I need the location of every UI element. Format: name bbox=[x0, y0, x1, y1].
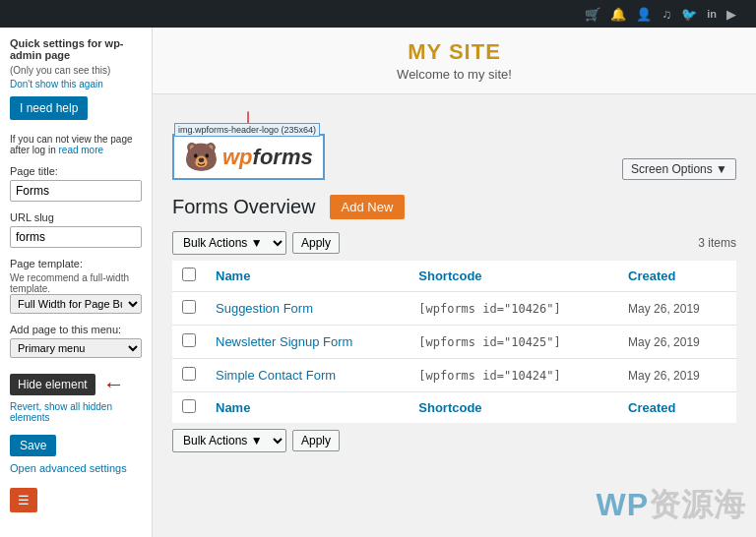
bell-icon: 🔔 bbox=[610, 7, 626, 22]
apply-button-top[interactable]: Apply bbox=[292, 232, 340, 254]
cart-icon: 🛒 bbox=[585, 7, 600, 22]
add-page-label: Add page to this menu: bbox=[10, 324, 142, 335]
bear-icon: 🐻 bbox=[184, 141, 219, 173]
music-icon: ♫ bbox=[662, 7, 671, 22]
form-name-link-1[interactable]: Newsletter Signup Form bbox=[216, 334, 352, 349]
sidebar-title: Quick settings for wp-admin page bbox=[10, 37, 142, 61]
row-shortcode-2: [wpforms id="10424"] bbox=[409, 359, 618, 392]
apply-button-bottom[interactable]: Apply bbox=[292, 430, 340, 451]
site-title: MY SITE bbox=[172, 39, 736, 65]
hide-element-row: Hide element ← bbox=[10, 368, 142, 401]
forms-overview-title: Forms Overview bbox=[172, 196, 316, 218]
orange-menu-btn-row: ☰ bbox=[10, 482, 142, 512]
bulk-actions-select-bottom[interactable]: Bulk Actions ▼ bbox=[172, 429, 286, 452]
bottom-table-controls: Bulk Actions ▼ Apply bbox=[172, 429, 736, 452]
header-check-col bbox=[172, 261, 206, 292]
hide-element-button[interactable]: Hide element bbox=[10, 374, 95, 395]
table-row: Newsletter Signup Form [wpforms id="1042… bbox=[172, 326, 736, 359]
read-more-link[interactable]: read more bbox=[58, 145, 103, 155]
page-template-note: We recommend a full-width template. bbox=[10, 272, 142, 294]
orange-menu-button[interactable]: ☰ bbox=[10, 488, 37, 512]
watermark: WP资源海 bbox=[596, 484, 746, 527]
watermark-text: WP资源海 bbox=[596, 484, 746, 527]
url-slug-section: URL slug bbox=[10, 211, 142, 248]
select-all-checkbox[interactable] bbox=[182, 268, 196, 281]
forms-table: Name Shortcode Created Suggestion Form [… bbox=[172, 261, 736, 423]
page-template-label: Page template: bbox=[10, 258, 142, 269]
row-created-1: May 26, 2019 bbox=[618, 326, 736, 359]
row-name-2: Simple Contact Form bbox=[206, 359, 409, 392]
logo-area: ↓ img.wpforms-header-logo (235x64) 🐻 wpf… bbox=[153, 94, 756, 185]
forms-header: Forms Overview Add New bbox=[172, 195, 736, 219]
add-page-select[interactable]: Primary menu bbox=[10, 338, 142, 358]
form-name-link-0[interactable]: Suggestion Form bbox=[216, 301, 313, 316]
row-name-1: Newsletter Signup Form bbox=[206, 326, 409, 359]
cant-view-text: If you can not view the page after log i… bbox=[10, 134, 142, 155]
main-layout: Quick settings for wp-admin page (Only y… bbox=[0, 28, 756, 537]
linkedin-icon: in bbox=[707, 8, 717, 20]
dont-show-link[interactable]: Don't show this again bbox=[10, 79, 103, 90]
admin-bar-icons: 🛒 🔔 👤 ♫ 🐦 in ▶ bbox=[585, 7, 746, 22]
admin-bar: 🛒 🔔 👤 ♫ 🐦 in ▶ bbox=[0, 0, 756, 28]
page-title-input[interactable] bbox=[10, 180, 142, 202]
header-shortcode-col: Shortcode bbox=[409, 261, 618, 292]
page-title-section: Page title: bbox=[10, 165, 142, 202]
top-table-controls: Bulk Actions ▼ Apply 3 items bbox=[172, 231, 736, 255]
footer-name-col: Name bbox=[206, 392, 409, 424]
twitter-icon: 🐦 bbox=[681, 7, 697, 22]
row-created-0: May 26, 2019 bbox=[618, 292, 736, 326]
wpforms-brand-text: wpforms bbox=[222, 145, 313, 170]
header-name-col: Name bbox=[206, 261, 409, 292]
sidebar: Quick settings for wp-admin page (Only y… bbox=[0, 28, 153, 537]
items-count: 3 items bbox=[698, 236, 736, 250]
url-slug-input[interactable] bbox=[10, 226, 142, 248]
row-checkbox-1[interactable] bbox=[182, 333, 196, 347]
table-footer-row: Name Shortcode Created bbox=[172, 392, 736, 424]
row-checkbox-0[interactable] bbox=[182, 300, 196, 314]
row-checkbox-2[interactable] bbox=[182, 367, 196, 381]
add-new-button[interactable]: Add New bbox=[330, 195, 406, 219]
page-title-label: Page title: bbox=[10, 165, 142, 177]
footer-created-col: Created bbox=[618, 392, 736, 424]
sidebar-only-you-note: (Only you can see this) bbox=[10, 65, 142, 76]
page-template-select[interactable]: Full Width for Page Builde bbox=[10, 294, 142, 314]
revert-link[interactable]: Revert, show all hidden elements bbox=[10, 401, 142, 423]
site-tagline: Welcome to my site! bbox=[172, 67, 736, 82]
row-name-0: Suggestion Form bbox=[206, 292, 409, 326]
table-row: Suggestion Form [wpforms id="10426"] May… bbox=[172, 292, 736, 326]
row-check-2 bbox=[172, 359, 206, 392]
row-created-2: May 26, 2019 bbox=[618, 359, 736, 392]
red-arrow-icon: ← bbox=[103, 372, 125, 397]
red-arrow-area: ↓ img.wpforms-header-logo (235x64) 🐻 wpf… bbox=[172, 104, 325, 180]
add-page-section: Add page to this menu: Primary menu bbox=[10, 324, 142, 358]
bulk-actions-select-top[interactable]: Bulk Actions ▼ bbox=[172, 231, 286, 255]
site-header: MY SITE Welcome to my site! bbox=[153, 28, 756, 94]
table-row: Simple Contact Form [wpforms id="10424"]… bbox=[172, 359, 736, 392]
form-name-link-2[interactable]: Simple Contact Form bbox=[216, 368, 336, 383]
table-header-row: Name Shortcode Created bbox=[172, 261, 736, 292]
footer-check-col bbox=[172, 392, 206, 424]
forms-main: Forms Overview Add New Bulk Actions ▼ Ap… bbox=[153, 185, 756, 472]
page-template-section: Page template: We recommend a full-width… bbox=[10, 258, 142, 314]
screen-options-button[interactable]: Screen Options ▼ bbox=[622, 158, 736, 180]
advanced-settings-link[interactable]: Open advanced settings bbox=[10, 462, 142, 474]
row-shortcode-0: [wpforms id="10426"] bbox=[409, 292, 618, 326]
content-wrapper: MY SITE Welcome to my site! ↓ img.wpform… bbox=[153, 28, 756, 537]
header-created-col: Created bbox=[618, 261, 736, 292]
row-check-0 bbox=[172, 292, 206, 326]
play-icon: ▶ bbox=[726, 7, 736, 22]
footer-shortcode-col: Shortcode bbox=[409, 392, 618, 424]
logo-img-label: img.wpforms-header-logo (235x64) bbox=[174, 123, 320, 137]
footer-select-all-checkbox[interactable] bbox=[182, 399, 196, 413]
row-shortcode-1: [wpforms id="10425"] bbox=[409, 326, 618, 359]
save-button[interactable]: Save bbox=[10, 435, 56, 456]
url-slug-label: URL slug bbox=[10, 211, 142, 223]
save-row: Save bbox=[10, 431, 142, 460]
row-check-1 bbox=[172, 326, 206, 359]
wpforms-logo: img.wpforms-header-logo (235x64) 🐻 wpfor… bbox=[172, 134, 325, 180]
need-help-button[interactable]: I need help bbox=[10, 96, 88, 120]
user-icon: 👤 bbox=[636, 7, 652, 22]
